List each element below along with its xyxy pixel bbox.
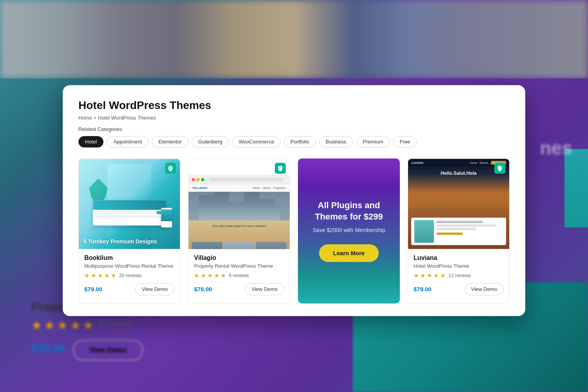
breadcrumb-home[interactable]: Home [78, 115, 92, 121]
promo-card: All Plugins and Themes for $299 Save $20… [298, 158, 400, 303]
l-star-4: ★ [434, 272, 439, 279]
villagio-image: VILLAGIO Home About Properties The villa… [189, 159, 290, 249]
star-1: ★ [84, 272, 89, 279]
luviana-ui-overlay [411, 218, 506, 245]
category-pills: Hotel Appointment Elementor Gutenberg Wo… [78, 136, 510, 147]
villagio-thumbnails [192, 242, 287, 249]
luviana-view-demo-button[interactable]: View Demo [465, 283, 504, 295]
theme-card-booklium: b b Booklium [78, 158, 180, 303]
right-teal-bar [564, 149, 588, 227]
villagio-reviews: 6 reviews [229, 273, 249, 278]
ui-line-1 [436, 221, 483, 223]
l-star-2: ★ [420, 272, 425, 279]
villagio-info: Villagio Property Rental WordPress Theme… [189, 249, 290, 301]
shield-badge-booklium [165, 163, 176, 174]
device-mockup [93, 200, 166, 225]
luviana-stars: ★ ★ ★ ★ ★ 12 reviews [414, 272, 504, 279]
booklium-description: Multipurpose WordPress Rental Theme [84, 263, 174, 269]
booklium-overlay-text: 5 Turnkey Premium Designs [83, 238, 157, 245]
v-star-1: ★ [194, 272, 199, 279]
star-2: ★ [91, 272, 96, 279]
category-pill-appointment[interactable]: Appointment [107, 136, 149, 147]
category-pill-business[interactable]: Business [319, 136, 353, 147]
ui-line-3 [436, 228, 476, 230]
category-pill-portfolio[interactable]: Portfolio [284, 136, 316, 147]
promo-subtitle: Save $2000 with Membership [313, 227, 385, 233]
breadcrumb: Home > Hotel WordPress Themes [78, 115, 510, 121]
booklium-image: b b Booklium [79, 159, 180, 249]
promo-title: All Plugins and Themes for $299 [306, 200, 392, 222]
shield-badge-villagio [275, 163, 286, 174]
villagio-name: Villagio [194, 254, 284, 261]
luviana-price-row: $79.00 View Demo [414, 283, 504, 295]
luviana-name: Luviana [414, 254, 504, 261]
booklium-view-demo-button[interactable]: View Demo [135, 283, 174, 295]
v-star-5: ★ [221, 272, 226, 279]
luviana-price: $79.00 [414, 286, 432, 292]
booklium-reviews: 20 reviews [119, 273, 142, 278]
shield-badge-luviana [494, 163, 505, 174]
booklium-stars: ★ ★ ★ ★ ★ 20 reviews [84, 272, 174, 279]
villagio-tagline: The villa rental expert for your vacatio… [212, 224, 266, 228]
category-pill-woocommerce[interactable]: WooCommerce [232, 136, 281, 147]
l-star-5-half: ★ [440, 272, 445, 279]
villagio-nav: VILLAGIO Home About Properties [189, 184, 290, 192]
page-title: Hotel WordPress Themes [78, 99, 510, 112]
v-star-3: ★ [207, 272, 212, 279]
v-star-2: ★ [201, 272, 206, 279]
luviana-image: LUVIANA Home Rooms Book Now Hello.Salut.… [408, 159, 509, 249]
ui-line-4 [436, 232, 463, 235]
breadcrumb-current: Hotel WordPress Themes [98, 115, 156, 121]
villagio-price: $79.00 [194, 286, 212, 292]
theme-grid: b b Booklium [78, 158, 510, 303]
villagio-price-row: $79.00 View Demo [194, 283, 284, 295]
villagio-description: Property Rental WordPress Theme [194, 263, 284, 269]
luviana-reviews: 12 reviews [448, 273, 471, 278]
villagio-browser-bar [189, 175, 290, 184]
booklium-price: $79.00 [84, 286, 102, 292]
category-pill-elementor[interactable]: Elementor [152, 136, 188, 147]
star-4: ★ [104, 272, 109, 279]
ui-line-2 [436, 224, 496, 227]
star-5-half: ★ [111, 272, 116, 279]
theme-card-villagio: VILLAGIO Home About Properties The villa… [188, 158, 290, 303]
l-star-3: ★ [427, 272, 432, 279]
booklium-info: Booklium Multipurpose WordPress Rental T… [79, 249, 180, 301]
breadcrumb-separator: > [93, 115, 98, 121]
related-categories-label: Related Categories [78, 126, 510, 132]
villagio-stars: ★ ★ ★ ★ ★ 6 reviews [194, 272, 284, 279]
category-pill-gutenberg[interactable]: Gutenberg [192, 136, 229, 147]
star-3: ★ [98, 272, 103, 279]
top-bg-overlay [0, 0, 588, 78]
category-pill-premium[interactable]: Premium [356, 136, 390, 147]
category-pill-free[interactable]: Free [393, 136, 417, 147]
v-star-4: ★ [214, 272, 219, 279]
booklium-price-row: $79.00 View Demo [84, 283, 174, 295]
category-pill-hotel[interactable]: Hotel [78, 136, 103, 147]
luviana-description: Hotel WordPress Theme [414, 263, 504, 269]
luviana-info: Luviana Hotel WordPress Theme ★ ★ ★ ★ ★ … [408, 249, 509, 301]
l-star-1: ★ [414, 272, 419, 279]
modal: Hotel WordPress Themes Home > Hotel Word… [63, 85, 525, 316]
mobile-mockup [161, 208, 172, 227]
theme-card-luviana: LUVIANA Home Rooms Book Now Hello.Salut.… [408, 158, 510, 303]
villagio-view-demo-button[interactable]: View Demo [245, 283, 284, 295]
learn-more-button[interactable]: Learn More [319, 244, 379, 262]
booklium-name: Booklium [84, 254, 174, 261]
